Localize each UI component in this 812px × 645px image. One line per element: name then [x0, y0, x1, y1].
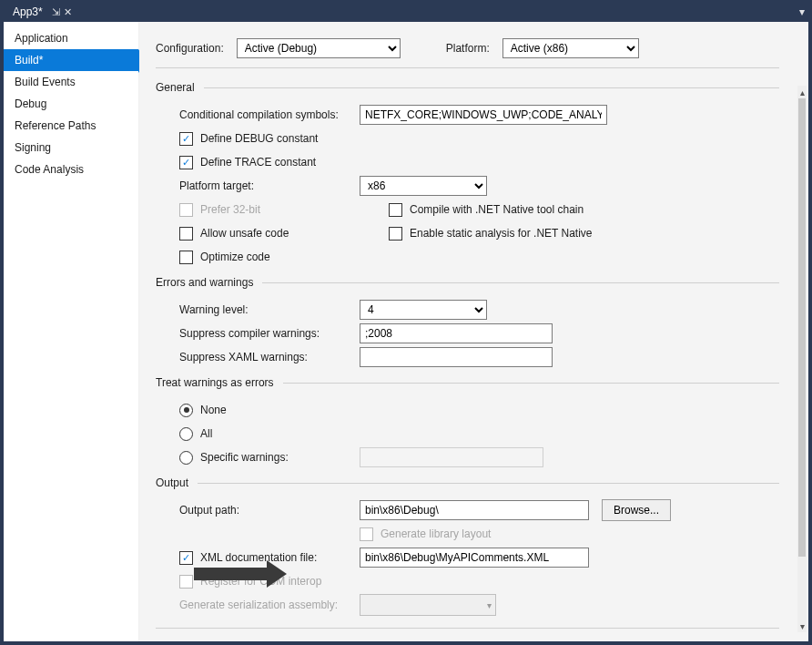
suppress-compiler-label: Suppress compiler warnings:: [179, 327, 360, 340]
sidebar-item-application[interactable]: Application: [4, 27, 138, 49]
section-title-treat: Treat warnings as errors: [156, 376, 274, 389]
vertical-scrollbar[interactable]: ▴ ▾: [797, 86, 807, 632]
treat-specific-radio[interactable]: Specific warnings:: [179, 451, 360, 465]
warning-level-select[interactable]: 4: [360, 300, 487, 320]
separator: [156, 67, 779, 68]
tab-bar[interactable]: App3* ⇲ ✕ ▾: [2, 2, 810, 22]
section-title-output: Output: [156, 476, 188, 489]
callout-arrow: [194, 560, 303, 588]
compile-net-native-checkbox[interactable]: Compile with .NET Native tool chain: [389, 203, 584, 217]
configuration-label: Configuration:: [156, 42, 224, 55]
define-trace-checkbox[interactable]: ✓Define TRACE constant: [179, 156, 316, 169]
project-properties-window: App3* ⇲ ✕ ▾ Application Build* Build Eve…: [0, 0, 812, 645]
optimize-code-checkbox[interactable]: Optimize code: [179, 251, 270, 264]
section-output: Output Output path: Browse... Generate l…: [156, 476, 779, 617]
scrollbar-track[interactable]: [797, 98, 807, 619]
conditional-symbols-label: Conditional compilation symbols:: [179, 108, 360, 121]
define-debug-checkbox[interactable]: ✓Define DEBUG constant: [179, 132, 318, 146]
specific-warnings-input: [360, 447, 543, 467]
scroll-area: Configuration: Active (Debug) Platform: …: [139, 22, 796, 641]
output-path-label: Output path:: [179, 504, 360, 517]
platform-label: Platform:: [446, 42, 490, 55]
output-path-input[interactable]: [360, 500, 589, 520]
sidebar-item-build-events[interactable]: Build Events: [4, 71, 138, 93]
suppress-xaml-label: Suppress XAML warnings:: [179, 351, 360, 363]
document-tab[interactable]: App3*: [7, 4, 48, 20]
platform-target-select[interactable]: x86: [360, 176, 487, 196]
warning-level-label: Warning level:: [179, 303, 360, 316]
enable-static-analysis-checkbox[interactable]: Enable static analysis for .NET Native: [389, 227, 593, 241]
sidebar-item-debug[interactable]: Debug: [4, 93, 138, 115]
scroll-down-icon[interactable]: ▾: [797, 619, 807, 632]
section-title-general: General: [156, 81, 195, 94]
scrollbar-thumb[interactable]: [798, 98, 806, 557]
sidebar-item-code-analysis[interactable]: Code Analysis: [4, 159, 138, 180]
category-sidebar: Application Build* Build Events Debug Re…: [4, 22, 139, 641]
platform-select[interactable]: Active (x86): [502, 38, 639, 58]
generate-library-layout-checkbox: Generate library layout: [360, 527, 491, 541]
scroll-up-icon[interactable]: ▴: [797, 86, 807, 98]
sidebar-item-build[interactable]: Build*: [4, 49, 138, 71]
prefer-32bit-checkbox: Prefer 32-bit: [179, 203, 260, 217]
section-errors-warnings: Errors and warnings Warning level: 4 Sup…: [156, 276, 779, 369]
close-icon[interactable]: ✕: [64, 6, 72, 18]
allow-unsafe-checkbox[interactable]: Allow unsafe code: [179, 227, 289, 241]
section-treat-warnings: Treat warnings as errors None All Specif…: [156, 376, 779, 469]
xml-documentation-input[interactable]: [360, 548, 589, 568]
suppress-xaml-input[interactable]: [360, 347, 553, 367]
content-pane: Configuration: Active (Debug) Platform: …: [139, 22, 808, 641]
section-general: General Conditional compilation symbols:…: [156, 81, 779, 269]
section-title-errors: Errors and warnings: [156, 276, 253, 289]
sidebar-item-reference-paths[interactable]: Reference Paths: [4, 115, 138, 137]
configuration-select[interactable]: Active (Debug): [237, 38, 401, 58]
sidebar-item-signing[interactable]: Signing: [4, 137, 138, 159]
separator-bottom: [156, 628, 779, 629]
pin-icon[interactable]: ⇲: [52, 6, 60, 18]
tab-overflow-icon[interactable]: ▾: [799, 5, 805, 18]
body: Application Build* Build Events Debug Re…: [4, 22, 808, 641]
browse-button[interactable]: Browse...: [602, 499, 671, 521]
treat-none-radio[interactable]: None: [179, 404, 227, 417]
config-platform-row: Configuration: Active (Debug) Platform: …: [156, 38, 779, 58]
generate-serialization-label: Generate serialization assembly:: [179, 599, 360, 611]
conditional-symbols-input[interactable]: [360, 105, 607, 125]
suppress-compiler-input[interactable]: [360, 323, 553, 343]
generate-serialization-select: ▾: [360, 594, 496, 616]
treat-all-radio[interactable]: All: [179, 427, 212, 441]
platform-target-label: Platform target:: [179, 179, 360, 192]
